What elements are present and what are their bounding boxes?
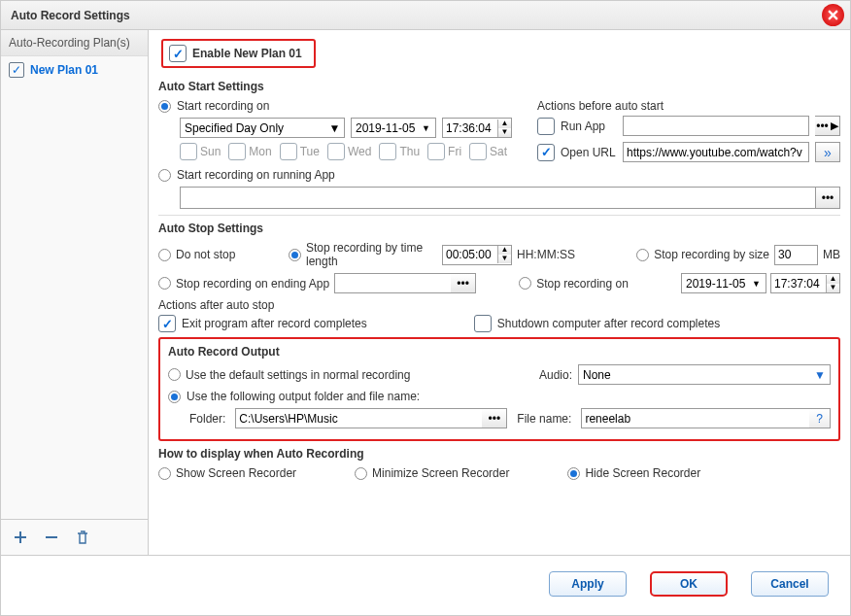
day-thu-checkbox[interactable] — [379, 143, 396, 160]
open-url-label: Open URL — [561, 146, 617, 159]
weekday-row: Sun Mon Tue Wed Thu Fri Sat — [180, 143, 518, 160]
spin-down-icon[interactable]: ▼ — [498, 128, 511, 137]
start-time-input[interactable]: ▲▼ — [442, 118, 512, 138]
open-url-go-button[interactable]: » — [815, 142, 840, 162]
display-show-radio[interactable] — [158, 467, 171, 480]
close-button[interactable] — [822, 4, 844, 26]
sidebar: Auto-Recording Plan(s) ✓ New Plan 01 — [1, 30, 149, 555]
run-app-browse-button[interactable]: •••▶ — [815, 116, 840, 136]
main-panel: Enable New Plan 01 Auto Start Settings S… — [149, 30, 850, 555]
minus-icon — [44, 530, 59, 545]
trash-icon — [76, 530, 89, 545]
auto-record-output-frame: Auto Record Output Use the default setti… — [158, 337, 840, 441]
day-sat-checkbox[interactable] — [469, 143, 487, 160]
day-wed-checkbox[interactable] — [327, 143, 345, 160]
stop-time-input[interactable]: ▲▼ — [770, 273, 840, 293]
add-plan-button[interactable] — [11, 528, 30, 547]
output-default-radio[interactable] — [168, 368, 181, 381]
stop-date-input[interactable]: 2019-11-05▼ — [681, 273, 766, 293]
folder-label: Folder: — [189, 412, 225, 426]
titlebar: Auto Record Settings — [1, 1, 850, 30]
start-on-app-radio[interactable] — [158, 169, 171, 182]
day-tue-checkbox[interactable] — [280, 143, 297, 160]
dialog-footer: Apply OK Cancel — [1, 555, 850, 611]
ending-app-browse-button[interactable]: ••• — [451, 273, 476, 293]
stop-by-size-radio[interactable] — [636, 249, 649, 261]
close-icon — [828, 10, 838, 20]
triangle-right-icon: ▶ — [831, 120, 838, 132]
sidebar-header: Auto-Recording Plan(s) — [1, 30, 148, 56]
stop-on-ending-radio[interactable] — [158, 277, 171, 290]
run-app-input[interactable] — [623, 116, 809, 136]
enable-plan-label: Enable New Plan 01 — [192, 47, 302, 60]
exit-program-checkbox[interactable] — [158, 315, 176, 332]
ending-app-input[interactable] — [334, 273, 451, 293]
audio-label: Audio: — [539, 368, 572, 382]
window-title: Auto Record Settings — [11, 9, 130, 22]
auto-stop-title: Auto Stop Settings — [158, 222, 840, 235]
sidebar-item-label: New Plan 01 — [30, 63, 98, 77]
running-app-browse-button[interactable]: ••• — [815, 187, 840, 209]
display-hide-radio[interactable] — [567, 467, 580, 480]
audio-select[interactable]: None▼ — [578, 364, 831, 385]
stop-on-time-radio[interactable] — [519, 277, 531, 290]
stop-length-input[interactable]: ▲▼ — [442, 245, 512, 265]
chevron-down-icon: ▼ — [419, 123, 433, 133]
file-name-help-button[interactable]: ? — [809, 408, 831, 428]
folder-browse-button[interactable]: ••• — [482, 408, 507, 428]
check-icon: ✓ — [9, 62, 24, 78]
running-app-input[interactable] — [180, 187, 815, 209]
start-on-app-label: Start recording on running App — [177, 168, 335, 182]
enable-plan-box: Enable New Plan 01 — [161, 39, 316, 68]
plus-icon — [13, 530, 28, 545]
chevron-down-icon: ▼ — [814, 368, 826, 382]
day-fri-checkbox[interactable] — [427, 143, 445, 160]
output-custom-radio[interactable] — [168, 391, 181, 403]
spin-down-icon[interactable]: ▼ — [498, 255, 511, 263]
start-on-label: Start recording on — [177, 99, 269, 113]
apply-button[interactable]: Apply — [549, 571, 627, 597]
spin-down-icon[interactable]: ▼ — [827, 284, 839, 292]
enable-plan-checkbox[interactable] — [169, 45, 187, 62]
day-mon-checkbox[interactable] — [228, 143, 246, 160]
open-url-checkbox[interactable] — [537, 144, 555, 161]
run-app-label: Run App — [561, 120, 617, 133]
actions-before-label: Actions before auto start — [537, 99, 840, 113]
running-app-row: ••• — [180, 187, 840, 209]
stop-size-input[interactable] — [774, 245, 818, 265]
file-name-input[interactable] — [581, 408, 809, 428]
chevron-down-icon: ▼ — [749, 279, 764, 289]
sidebar-item-plan-1[interactable]: ✓ New Plan 01 — [1, 56, 148, 84]
ok-button[interactable]: OK — [650, 571, 728, 597]
sidebar-toolbar — [1, 519, 148, 555]
folder-input[interactable] — [235, 408, 482, 428]
auto-record-dialog: Auto Record Settings Auto-Recording Plan… — [0, 0, 851, 616]
open-url-input[interactable] — [623, 142, 809, 162]
auto-start-title: Auto Start Settings — [158, 80, 840, 93]
actions-after-label: Actions after auto stop — [158, 298, 840, 312]
display-minimize-radio[interactable] — [355, 467, 367, 480]
shutdown-checkbox[interactable] — [474, 315, 492, 332]
day-sun-checkbox[interactable] — [180, 143, 197, 160]
cancel-button[interactable]: Cancel — [751, 571, 829, 597]
run-app-checkbox[interactable] — [537, 118, 555, 135]
schedule-select[interactable]: Specified Day Only▼ — [180, 118, 345, 138]
delete-plan-button[interactable] — [73, 528, 92, 547]
do-not-stop-radio[interactable] — [158, 249, 171, 261]
start-on-radio[interactable] — [158, 100, 171, 113]
file-name-label: File name: — [517, 412, 571, 426]
start-date-input[interactable]: 2019-11-05▼ — [351, 118, 436, 138]
output-title: Auto Record Output — [168, 345, 831, 359]
chevron-down-icon: ▼ — [327, 121, 342, 135]
remove-plan-button[interactable] — [42, 528, 61, 547]
stop-by-length-radio[interactable] — [289, 249, 301, 261]
display-title: How to display when Auto Recording — [158, 447, 840, 461]
